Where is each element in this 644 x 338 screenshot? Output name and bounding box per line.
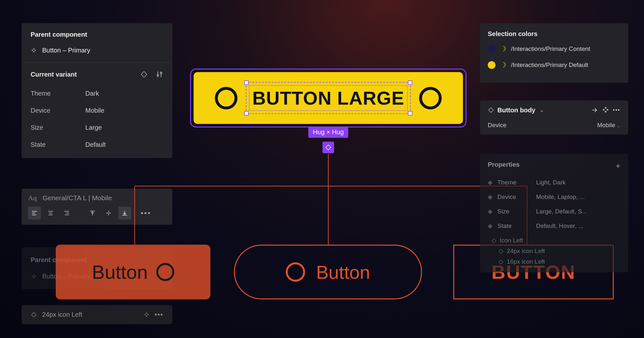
instance-swap-row[interactable]: 24px icon Left ••• bbox=[22, 305, 172, 324]
property-values: Mobile, Laptop, ... bbox=[536, 193, 620, 201]
text-align-toolbar: ••• bbox=[28, 207, 166, 220]
layer-device-label: Device bbox=[488, 122, 506, 129]
layer-16px-icon-left[interactable]: ◇ 16px icon Left bbox=[488, 258, 620, 265]
current-variant-heading: Current variant bbox=[31, 71, 77, 78]
component-icon bbox=[31, 47, 37, 54]
valign-bottom-button[interactable] bbox=[118, 207, 131, 220]
variant-size-label: Size bbox=[31, 124, 85, 131]
text-style-name[interactable]: General/CTA L | Mobile bbox=[43, 194, 112, 202]
variant-state-value[interactable]: Default bbox=[85, 141, 163, 148]
align-right-button[interactable] bbox=[60, 207, 73, 220]
instance-swap-label: 24px icon Left bbox=[42, 311, 82, 318]
circle-icon-left bbox=[215, 87, 237, 109]
more-options-icon[interactable]: ••• bbox=[155, 311, 163, 318]
property-name: Theme bbox=[497, 179, 536, 186]
layer-name[interactable]: Button body bbox=[497, 107, 535, 114]
component-quad-icon[interactable] bbox=[144, 312, 149, 318]
diamond-outline-icon: ◇ bbox=[492, 237, 496, 244]
example-button-2-label: Button bbox=[316, 261, 370, 283]
sliders-icon[interactable] bbox=[156, 70, 163, 78]
property-row[interactable]: ◆ThemeLight, Dark bbox=[488, 179, 620, 186]
panel-heading: Parent component bbox=[22, 23, 172, 45]
diamond-outline-icon: ◇ bbox=[499, 247, 504, 255]
moon-icon: ☽ bbox=[500, 61, 506, 69]
color-path-2: /Interactions/Primary Default bbox=[511, 61, 588, 69]
align-center-button[interactable] bbox=[44, 207, 57, 220]
diamond-fill-icon: ◆ bbox=[488, 222, 497, 230]
component-icon bbox=[31, 273, 37, 280]
more-options-icon[interactable]: ••• bbox=[613, 106, 620, 114]
layer-24px-icon-left[interactable]: ◇ 24px icon Left bbox=[488, 247, 620, 255]
circle-icon bbox=[156, 263, 174, 281]
property-name: Device bbox=[497, 193, 536, 201]
selected-frame[interactable]: BUTTON LARGE bbox=[190, 69, 466, 127]
crosshair-icon[interactable] bbox=[322, 142, 334, 153]
circle-icon bbox=[286, 262, 305, 282]
goto-main-component-icon[interactable] bbox=[591, 106, 599, 114]
svg-point-20 bbox=[326, 146, 331, 150]
property-row[interactable]: ◆SizeLarge, Default, S... bbox=[488, 208, 620, 215]
variant-theme-value[interactable]: Dark bbox=[85, 90, 163, 97]
variant-device-label: Device bbox=[31, 107, 85, 114]
more-options-icon[interactable]: ••• bbox=[141, 209, 151, 217]
property-values: Large, Default, S... bbox=[536, 208, 620, 215]
property-row[interactable]: ◆DeviceMobile, Laptop, ... bbox=[488, 193, 620, 201]
diamond-outline-icon bbox=[488, 107, 494, 113]
layer-icon-left[interactable]: ◇ Icon Left bbox=[488, 237, 620, 244]
property-name: State bbox=[497, 222, 536, 230]
resize-handle-br[interactable] bbox=[408, 111, 412, 116]
variant-size-value[interactable]: Large bbox=[85, 124, 163, 131]
hug-size-badge: Hug × Hug bbox=[308, 127, 348, 138]
color-swatch-icon bbox=[488, 45, 495, 53]
property-values: Default, Hover, ... bbox=[536, 222, 620, 230]
add-property-button[interactable]: + bbox=[616, 161, 620, 171]
property-row[interactable]: ◆StateDefault, Hover, ... bbox=[488, 222, 620, 230]
variant-properties: Theme Dark Device Mobile Size Large Stat… bbox=[22, 83, 172, 158]
svg-point-3 bbox=[160, 72, 162, 74]
resize-handle-tr[interactable] bbox=[408, 80, 412, 85]
valign-middle-button[interactable] bbox=[102, 207, 115, 220]
variant-state-label: State bbox=[31, 141, 85, 148]
button-text-selection[interactable]: BUTTON LARGE bbox=[246, 82, 411, 114]
diamond-outline-icon[interactable] bbox=[140, 70, 148, 78]
example-button-1-label: Button bbox=[92, 261, 148, 283]
chevron-down-icon[interactable]: ⌄ bbox=[540, 108, 544, 113]
color-swatch-icon bbox=[488, 61, 495, 69]
property-name: Size bbox=[497, 208, 536, 215]
diamond-fill-icon: ◆ bbox=[488, 179, 497, 186]
panel-layer-header: Button body ⌄ ••• Device Mobile ⌄ bbox=[480, 100, 628, 135]
valign-top-button[interactable] bbox=[86, 207, 99, 220]
diamond-fill-icon: ◆ bbox=[488, 208, 497, 215]
color-row-primary-content[interactable]: ☽ /Interactions/Primary Content bbox=[488, 45, 620, 53]
button-primary-large[interactable]: BUTTON LARGE bbox=[194, 72, 463, 124]
properties-heading: Properties bbox=[488, 161, 520, 171]
button-label: BUTTON LARGE bbox=[252, 88, 404, 108]
circle-icon-right bbox=[419, 87, 442, 109]
color-path-1: /Interactions/Primary Content bbox=[511, 45, 590, 52]
panel-parent-component: Parent component Button – Primary Curren… bbox=[22, 23, 172, 158]
moon-icon: ☽ bbox=[500, 45, 506, 53]
layer-device-value[interactable]: Mobile ⌄ bbox=[597, 122, 620, 129]
panel-selection-colors: Selection colors ☽ /Interactions/Primary… bbox=[480, 23, 628, 83]
selection-colors-heading: Selection colors bbox=[488, 30, 620, 38]
parent-component-name[interactable]: Button – Primary bbox=[42, 47, 90, 54]
resize-handle-tl[interactable] bbox=[244, 80, 249, 85]
diamond-outline-icon: ◇ bbox=[499, 258, 504, 265]
resize-handle-bl[interactable] bbox=[244, 111, 249, 116]
color-row-primary-default[interactable]: ☽ /Interactions/Primary Default bbox=[488, 61, 620, 69]
diamond-fill-icon: ◆ bbox=[488, 193, 497, 201]
align-left-button[interactable] bbox=[28, 207, 41, 220]
component-quad-icon[interactable] bbox=[602, 106, 610, 114]
property-values: Light, Dark bbox=[536, 179, 620, 186]
diamond-outline-icon bbox=[31, 312, 37, 318]
example-button-outlined[interactable]: Button bbox=[234, 245, 422, 299]
panel-text-style: Aq General/CTA L | Mobile ••• bbox=[22, 189, 172, 225]
example-button-filled[interactable]: Button bbox=[56, 245, 210, 299]
svg-point-2 bbox=[157, 75, 159, 76]
variant-device-value[interactable]: Mobile bbox=[85, 107, 163, 114]
variant-theme-label: Theme bbox=[31, 90, 85, 97]
text-style-glyph-icon: Aq bbox=[28, 194, 37, 202]
panel-component-properties: Properties + ◆ThemeLight, Dark◆DeviceMob… bbox=[480, 154, 628, 272]
